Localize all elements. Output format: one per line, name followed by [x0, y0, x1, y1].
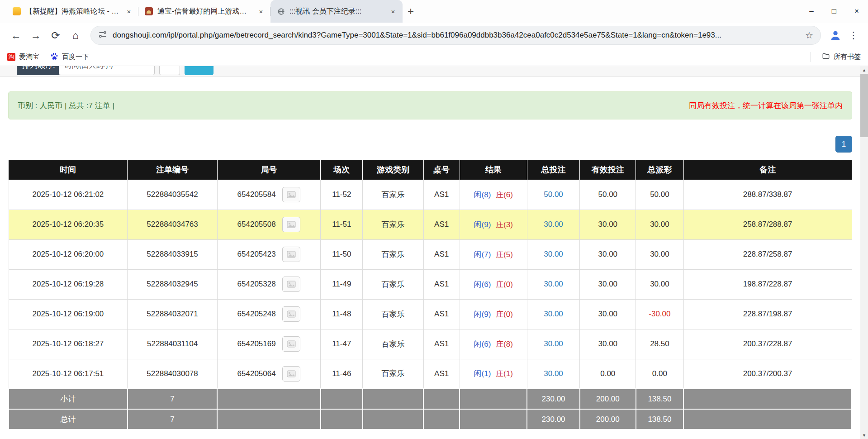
scroll-down-icon[interactable]: ▼	[860, 431, 868, 439]
cell-note: 228.87/258.87	[683, 239, 852, 269]
replay-image-button[interactable]	[282, 306, 300, 322]
url-text: dongshouji.com/ipl/portal.php/game/betre…	[113, 31, 800, 40]
result-player: 闲(6)	[474, 280, 491, 289]
replay-image-button[interactable]	[282, 187, 300, 202]
window-controls: – □ ×	[800, 0, 868, 23]
cell-payout: 30.00	[636, 210, 683, 239]
tab-close-icon[interactable]: ×	[388, 6, 398, 16]
tab-close-icon[interactable]: ×	[256, 6, 266, 16]
bookmark-item-aitaobao[interactable]: 淘 爱淘宝	[7, 52, 39, 61]
header-table-no: 桌号	[423, 160, 460, 180]
tab-title: :::视讯 会员下注纪录:::	[289, 7, 384, 16]
cell-session: 11-46	[321, 359, 363, 389]
total-count: 7	[128, 409, 218, 429]
total-total-bet: 230.00	[527, 409, 580, 429]
address-bar[interactable]: dongshouji.com/ipl/portal.php/game/betre…	[90, 26, 821, 45]
cell-game-type: 百家乐	[363, 329, 423, 359]
tab-haiyan-forum[interactable]: 【新提醒】海燕策略论坛 - 综合 ×	[6, 0, 138, 23]
filter-small-select[interactable]	[159, 66, 180, 75]
subtotal-total-bet: 230.00	[527, 389, 580, 409]
cell-total-bet[interactable]: 30.00	[527, 239, 580, 269]
cell-valid-bet: 30.00	[580, 269, 636, 299]
cell-total-bet[interactable]: 30.00	[527, 299, 580, 329]
cell-bet-id: 522884031104	[128, 329, 218, 359]
back-button[interactable]: ←	[6, 26, 25, 45]
cell-bet-id: 522884035542	[128, 180, 218, 210]
minimize-button[interactable]: –	[800, 0, 823, 23]
subtotal-count: 7	[128, 389, 218, 409]
cell-total-bet[interactable]: 30.00	[527, 210, 580, 239]
result-player: 闲(9)	[474, 220, 491, 229]
result-banker: 庄(5)	[496, 250, 513, 259]
replay-image-button[interactable]	[282, 277, 300, 292]
cell-session: 11-52	[321, 180, 363, 210]
bookmark-star-icon[interactable]: ☆	[805, 30, 813, 41]
cell-game-type: 百家乐	[363, 180, 423, 210]
forward-button[interactable]: →	[26, 26, 45, 45]
replay-image-button[interactable]	[282, 247, 300, 262]
result-banker: 庄(1)	[496, 369, 513, 378]
reload-button[interactable]: ⟳	[46, 26, 65, 45]
home-button[interactable]: ⌂	[66, 26, 85, 45]
table-row: 2025-10-12 06:19:00 522884032071 6542052…	[9, 299, 852, 329]
cell-result: 闲(1) 庄(1)	[460, 359, 527, 389]
site-info-icon[interactable]	[98, 30, 107, 41]
total-row: 总计 7 230.00 200.00 138.50	[9, 409, 852, 429]
cell-round: 654205248	[217, 299, 320, 329]
bookmark-item-baidu[interactable]: 百度一下	[50, 52, 89, 62]
cell-note: 200.37/228.87	[683, 329, 852, 359]
close-button[interactable]: ×	[845, 0, 868, 23]
cell-valid-bet: 50.00	[580, 180, 636, 210]
cell-valid-bet: 30.00	[580, 210, 636, 239]
baidu-paw-icon	[50, 52, 58, 62]
tab-bet-records-active[interactable]: :::视讯 会员下注纪录::: ×	[270, 0, 403, 23]
scrollbar-thumb[interactable]	[860, 74, 868, 137]
cell-total-bet[interactable]: 30.00	[527, 269, 580, 299]
menu-icon[interactable]: ⋮	[845, 26, 862, 45]
cell-total-bet[interactable]: 50.00	[527, 180, 580, 210]
cell-note: 228.87/198.87	[683, 299, 852, 329]
scroll-up-icon[interactable]: ▲	[860, 66, 868, 74]
header-game-type: 游戏类别	[363, 160, 423, 180]
cell-result: 闲(9) 庄(0)	[460, 299, 527, 329]
cell-table-no: AS1	[423, 180, 460, 210]
filter-row-clipped: 排列顺序: 时间(由大到小)	[0, 66, 860, 77]
total-payout: 138.50	[636, 409, 683, 429]
table-row: 2025-10-12 06:21:02 522884035542 6542055…	[9, 180, 852, 210]
tab2-favicon-icon	[145, 7, 153, 15]
cell-total-bet[interactable]: 30.00	[527, 329, 580, 359]
vertical-scrollbar[interactable]: ▲ ▼	[860, 66, 868, 439]
result-player: 闲(7)	[474, 250, 491, 259]
result-player: 闲(8)	[474, 191, 491, 199]
replay-image-button[interactable]	[282, 217, 300, 232]
tab-close-icon[interactable]: ×	[124, 6, 134, 16]
browser-window: 【新提醒】海燕策略论坛 - 综合 × 通宝-信誉最好的网上游戏平台 × :::视…	[0, 0, 868, 439]
cell-total-bet[interactable]: 30.00	[527, 359, 580, 389]
result-banker: 庄(3)	[496, 220, 513, 229]
cell-table-no: AS1	[423, 299, 460, 329]
cell-payout: 30.00	[636, 239, 683, 269]
cell-session: 11-48	[321, 299, 363, 329]
cell-table-no: AS1	[423, 210, 460, 239]
search-button[interactable]	[185, 66, 213, 75]
maximize-button[interactable]: □	[823, 0, 845, 23]
cell-payout: 30.00	[636, 269, 683, 299]
sort-order-input[interactable]: 时间(由大到小)	[59, 66, 155, 75]
header-round: 局号	[217, 160, 320, 180]
replay-image-button[interactable]	[282, 336, 300, 352]
cell-valid-bet: 0.00	[580, 359, 636, 389]
cell-round: 654205328	[217, 269, 320, 299]
subtotal-payout: 138.50	[636, 389, 683, 409]
all-bookmarks-button[interactable]: 所有书签	[822, 52, 861, 62]
page-1-button[interactable]: 1	[835, 136, 852, 153]
cell-round: 654205508	[217, 210, 320, 239]
cell-session: 11-47	[321, 329, 363, 359]
profile-button[interactable]	[826, 26, 844, 44]
subtotal-row: 小计 7 230.00 200.00 138.50	[9, 389, 852, 409]
table-row: 2025-10-12 06:20:35 522884034763 6542055…	[9, 210, 852, 239]
sort-order-label: 排列顺序:	[17, 66, 61, 75]
result-banker: 庄(8)	[496, 340, 513, 348]
tab-tongbao-platform[interactable]: 通宝-信誉最好的网上游戏平台 ×	[138, 0, 270, 23]
replay-image-button[interactable]	[282, 366, 300, 382]
new-tab-button[interactable]: +	[403, 0, 419, 23]
